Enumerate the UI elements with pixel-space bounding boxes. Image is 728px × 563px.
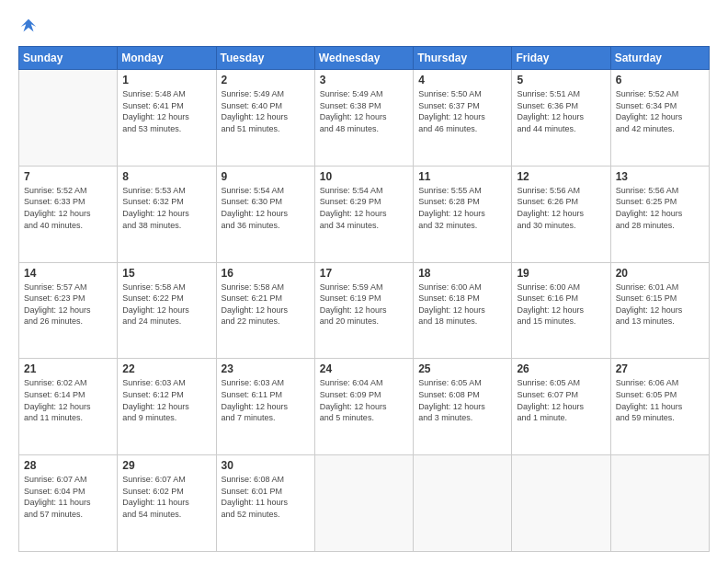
calendar-cell: 6Sunrise: 5:52 AM Sunset: 6:34 PM Daylig… bbox=[610, 70, 709, 167]
day-info: Sunrise: 5:49 AM Sunset: 6:38 PM Dayligh… bbox=[320, 88, 408, 134]
day-info: Sunrise: 5:51 AM Sunset: 6:36 PM Dayligh… bbox=[517, 88, 605, 134]
day-info: Sunrise: 5:53 AM Sunset: 6:32 PM Dayligh… bbox=[122, 185, 210, 231]
calendar-cell bbox=[512, 455, 610, 552]
calendar-cell: 4Sunrise: 5:50 AM Sunset: 6:37 PM Daylig… bbox=[414, 70, 512, 167]
day-number: 24 bbox=[320, 362, 408, 375]
day-info: Sunrise: 5:57 AM Sunset: 6:23 PM Dayligh… bbox=[24, 282, 112, 327]
day-number: 27 bbox=[616, 362, 704, 375]
page: SundayMondayTuesdayWednesdayThursdayFrid… bbox=[0, 0, 728, 563]
calendar-cell: 20Sunrise: 6:01 AM Sunset: 6:15 PM Dayli… bbox=[610, 262, 709, 359]
day-number: 2 bbox=[222, 74, 310, 86]
calendar-cell: 24Sunrise: 6:04 AM Sunset: 6:09 PM Dayli… bbox=[314, 359, 413, 455]
calendar-cell: 12Sunrise: 5:56 AM Sunset: 6:26 PM Dayli… bbox=[512, 166, 610, 262]
day-number: 8 bbox=[122, 170, 210, 183]
day-number: 12 bbox=[517, 170, 605, 183]
day-info: Sunrise: 5:50 AM Sunset: 6:37 PM Dayligh… bbox=[418, 88, 506, 134]
day-info: Sunrise: 6:06 AM Sunset: 6:05 PM Dayligh… bbox=[616, 377, 704, 423]
day-info: Sunrise: 5:58 AM Sunset: 6:21 PM Dayligh… bbox=[222, 282, 310, 327]
day-number: 4 bbox=[418, 74, 506, 86]
day-info: Sunrise: 5:54 AM Sunset: 6:30 PM Dayligh… bbox=[222, 185, 310, 231]
day-info: Sunrise: 6:07 AM Sunset: 6:02 PM Dayligh… bbox=[122, 474, 210, 520]
day-number: 25 bbox=[418, 362, 506, 375]
day-info: Sunrise: 6:00 AM Sunset: 6:18 PM Dayligh… bbox=[418, 282, 506, 327]
calendar-week-1: 1Sunrise: 5:48 AM Sunset: 6:41 PM Daylig… bbox=[19, 70, 710, 167]
calendar-cell: 1Sunrise: 5:48 AM Sunset: 6:41 PM Daylig… bbox=[118, 70, 216, 167]
calendar-cell bbox=[414, 455, 512, 552]
calendar-cell: 13Sunrise: 5:56 AM Sunset: 6:25 PM Dayli… bbox=[610, 166, 709, 262]
day-info: Sunrise: 5:56 AM Sunset: 6:25 PM Dayligh… bbox=[616, 185, 704, 231]
day-info: Sunrise: 5:56 AM Sunset: 6:26 PM Dayligh… bbox=[517, 185, 605, 231]
day-info: Sunrise: 6:08 AM Sunset: 6:01 PM Dayligh… bbox=[222, 474, 310, 520]
weekday-header-wednesday: Wednesday bbox=[314, 47, 413, 70]
calendar-cell: 5Sunrise: 5:51 AM Sunset: 6:36 PM Daylig… bbox=[512, 70, 610, 167]
logo-icon bbox=[18, 17, 39, 37]
day-number: 10 bbox=[320, 170, 408, 183]
day-number: 30 bbox=[222, 459, 310, 472]
day-number: 1 bbox=[122, 74, 210, 86]
day-info: Sunrise: 6:04 AM Sunset: 6:09 PM Dayligh… bbox=[320, 377, 408, 423]
calendar-cell: 29Sunrise: 6:07 AM Sunset: 6:02 PM Dayli… bbox=[118, 455, 216, 552]
day-info: Sunrise: 5:55 AM Sunset: 6:28 PM Dayligh… bbox=[418, 185, 506, 231]
calendar-cell: 11Sunrise: 5:55 AM Sunset: 6:28 PM Dayli… bbox=[414, 166, 512, 262]
weekday-header-friday: Friday bbox=[512, 47, 610, 70]
day-number: 14 bbox=[24, 267, 112, 280]
day-number: 13 bbox=[616, 170, 704, 183]
svg-marker-0 bbox=[21, 19, 37, 32]
header bbox=[18, 17, 710, 37]
day-info: Sunrise: 5:54 AM Sunset: 6:29 PM Dayligh… bbox=[320, 185, 408, 231]
day-info: Sunrise: 6:02 AM Sunset: 6:14 PM Dayligh… bbox=[24, 377, 112, 423]
day-number: 21 bbox=[24, 362, 112, 375]
calendar-week-5: 28Sunrise: 6:07 AM Sunset: 6:04 PM Dayli… bbox=[19, 455, 710, 552]
calendar-cell: 26Sunrise: 6:05 AM Sunset: 6:07 PM Dayli… bbox=[512, 359, 610, 455]
day-number: 16 bbox=[222, 267, 310, 280]
calendar-week-4: 21Sunrise: 6:02 AM Sunset: 6:14 PM Dayli… bbox=[19, 359, 710, 455]
weekday-header-sunday: Sunday bbox=[19, 47, 118, 70]
calendar-cell: 17Sunrise: 5:59 AM Sunset: 6:19 PM Dayli… bbox=[314, 262, 413, 359]
day-info: Sunrise: 6:03 AM Sunset: 6:12 PM Dayligh… bbox=[122, 377, 210, 423]
day-number: 3 bbox=[320, 74, 408, 86]
day-number: 18 bbox=[418, 267, 506, 280]
calendar-cell: 9Sunrise: 5:54 AM Sunset: 6:30 PM Daylig… bbox=[216, 166, 314, 262]
day-info: Sunrise: 5:52 AM Sunset: 6:33 PM Dayligh… bbox=[24, 185, 112, 231]
calendar-cell: 27Sunrise: 6:06 AM Sunset: 6:05 PM Dayli… bbox=[610, 359, 709, 455]
day-info: Sunrise: 5:48 AM Sunset: 6:41 PM Dayligh… bbox=[122, 88, 210, 134]
calendar-table: SundayMondayTuesdayWednesdayThursdayFrid… bbox=[18, 46, 710, 552]
weekday-header-row: SundayMondayTuesdayWednesdayThursdayFrid… bbox=[19, 47, 710, 70]
calendar-cell bbox=[19, 70, 118, 167]
calendar-cell: 21Sunrise: 6:02 AM Sunset: 6:14 PM Dayli… bbox=[19, 359, 118, 455]
day-number: 6 bbox=[616, 74, 704, 86]
day-number: 17 bbox=[320, 267, 408, 280]
calendar-cell: 14Sunrise: 5:57 AM Sunset: 6:23 PM Dayli… bbox=[19, 262, 118, 359]
day-info: Sunrise: 5:58 AM Sunset: 6:22 PM Dayligh… bbox=[122, 282, 210, 327]
calendar-cell bbox=[610, 455, 709, 552]
weekday-header-monday: Monday bbox=[118, 47, 216, 70]
calendar-cell: 23Sunrise: 6:03 AM Sunset: 6:11 PM Dayli… bbox=[216, 359, 314, 455]
day-number: 5 bbox=[517, 74, 605, 86]
day-number: 22 bbox=[122, 362, 210, 375]
day-info: Sunrise: 5:59 AM Sunset: 6:19 PM Dayligh… bbox=[320, 282, 408, 327]
day-number: 26 bbox=[517, 362, 605, 375]
day-info: Sunrise: 6:05 AM Sunset: 6:08 PM Dayligh… bbox=[418, 377, 506, 423]
calendar-cell: 19Sunrise: 6:00 AM Sunset: 6:16 PM Dayli… bbox=[512, 262, 610, 359]
calendar-cell: 18Sunrise: 6:00 AM Sunset: 6:18 PM Dayli… bbox=[414, 262, 512, 359]
day-number: 15 bbox=[122, 267, 210, 280]
calendar-cell bbox=[314, 455, 413, 552]
day-info: Sunrise: 5:52 AM Sunset: 6:34 PM Dayligh… bbox=[616, 88, 704, 134]
day-info: Sunrise: 6:05 AM Sunset: 6:07 PM Dayligh… bbox=[517, 377, 605, 423]
calendar-cell: 28Sunrise: 6:07 AM Sunset: 6:04 PM Dayli… bbox=[19, 455, 118, 552]
day-number: 23 bbox=[222, 362, 310, 375]
day-number: 28 bbox=[24, 459, 112, 472]
weekday-header-saturday: Saturday bbox=[610, 47, 709, 70]
calendar-cell: 25Sunrise: 6:05 AM Sunset: 6:08 PM Dayli… bbox=[414, 359, 512, 455]
calendar-cell: 8Sunrise: 5:53 AM Sunset: 6:32 PM Daylig… bbox=[118, 166, 216, 262]
day-number: 7 bbox=[24, 170, 112, 183]
calendar-week-2: 7Sunrise: 5:52 AM Sunset: 6:33 PM Daylig… bbox=[19, 166, 710, 262]
day-number: 19 bbox=[517, 267, 605, 280]
day-info: Sunrise: 5:49 AM Sunset: 6:40 PM Dayligh… bbox=[222, 88, 310, 134]
calendar-cell: 15Sunrise: 5:58 AM Sunset: 6:22 PM Dayli… bbox=[118, 262, 216, 359]
calendar-cell: 30Sunrise: 6:08 AM Sunset: 6:01 PM Dayli… bbox=[216, 455, 314, 552]
day-info: Sunrise: 6:07 AM Sunset: 6:04 PM Dayligh… bbox=[24, 474, 112, 520]
calendar-cell: 22Sunrise: 6:03 AM Sunset: 6:12 PM Dayli… bbox=[118, 359, 216, 455]
day-info: Sunrise: 6:01 AM Sunset: 6:15 PM Dayligh… bbox=[616, 282, 704, 327]
calendar-cell: 2Sunrise: 5:49 AM Sunset: 6:40 PM Daylig… bbox=[216, 70, 314, 167]
